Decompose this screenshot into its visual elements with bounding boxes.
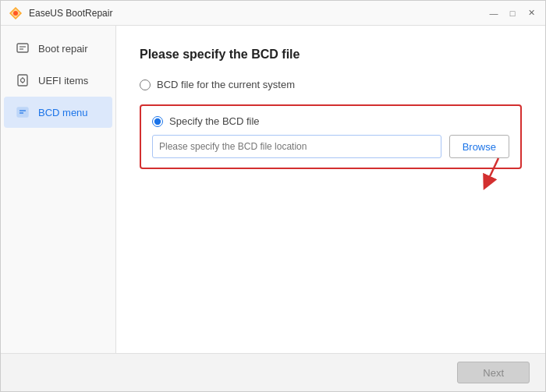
boot-repair-icon xyxy=(15,41,30,56)
title-bar: EaseUS BootRepair — □ ✕ xyxy=(1,1,545,26)
main-layout: Boot repair UEFI items BC xyxy=(1,26,545,353)
radio-specify-bcd-input[interactable] xyxy=(152,116,163,127)
minimize-button[interactable]: — xyxy=(488,7,500,19)
app-title: EaseUS BootRepair xyxy=(29,8,488,19)
bcd-input-row: Browse xyxy=(152,135,509,158)
sidebar: Boot repair UEFI items BC xyxy=(1,26,116,353)
window-controls[interactable]: — □ ✕ xyxy=(488,7,537,19)
uefi-items-icon xyxy=(15,72,30,88)
sidebar-item-bcd-label: BCD menu xyxy=(38,107,88,118)
sidebar-item-boot-repair[interactable]: Boot repair xyxy=(4,33,112,64)
sidebar-item-boot-repair-label: Boot repair xyxy=(38,43,88,55)
svg-point-2 xyxy=(13,11,18,16)
bottom-bar: Next xyxy=(1,353,545,391)
radio-specify-bcd-label[interactable]: Specify the BCD file xyxy=(169,115,260,127)
sidebar-item-bcd-menu[interactable]: BCD menu xyxy=(4,97,112,128)
svg-rect-3 xyxy=(17,44,28,52)
next-button[interactable]: Next xyxy=(457,362,530,383)
svg-rect-6 xyxy=(18,75,27,86)
svg-rect-10 xyxy=(17,108,28,117)
content-area: Please specify the BCD file BCD file for… xyxy=(116,26,545,353)
maximize-button[interactable]: □ xyxy=(506,7,519,19)
close-button[interactable]: ✕ xyxy=(525,7,537,19)
bcd-box-header: Specify the BCD file xyxy=(152,115,509,127)
svg-point-7 xyxy=(21,79,25,83)
bcd-menu-icon xyxy=(15,104,30,120)
browse-button[interactable]: Browse xyxy=(449,135,509,158)
bcd-box: Specify the BCD file Browse xyxy=(140,104,522,169)
radio-current-system[interactable]: BCD file for the current system xyxy=(140,79,522,90)
bcd-file-input[interactable] xyxy=(152,135,441,158)
sidebar-item-uefi-items[interactable]: UEFI items xyxy=(4,65,112,96)
page-title: Please specify the BCD file xyxy=(140,48,522,62)
sidebar-item-uefi-label: UEFI items xyxy=(38,75,88,87)
radio-current-system-input[interactable] xyxy=(140,79,151,90)
radio-current-system-label[interactable]: BCD file for the current system xyxy=(157,79,295,90)
app-logo xyxy=(9,6,23,20)
